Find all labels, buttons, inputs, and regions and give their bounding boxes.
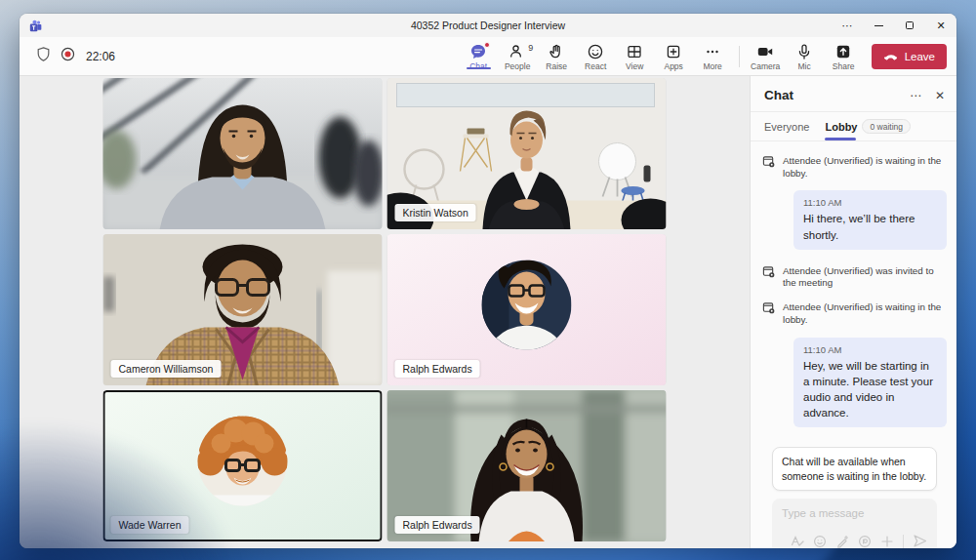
chat-disabled-notice: Chat will be available when someone is w…	[772, 447, 937, 491]
lobby-event: Attendee (Unverified) is waiting in the …	[762, 301, 947, 326]
maximize-button[interactable]	[904, 20, 915, 31]
raise-hand-icon	[548, 44, 565, 60]
lobby-event-icon	[762, 265, 775, 278]
lobby-waiting-badge: 0 waiting	[862, 119, 911, 134]
video-stage: Kristin Watson	[20, 76, 750, 548]
toolbar-nav: Chat 9 People	[463, 42, 729, 71]
loop-icon[interactable]	[858, 535, 872, 548]
send-icon[interactable]	[913, 534, 927, 548]
chat-bottom: Chat will be available when someone is w…	[762, 437, 947, 548]
recording-indicator-icon	[60, 46, 76, 66]
lobby-event: Attendee (Unverified) is waiting in the …	[762, 155, 947, 180]
mic-button[interactable]: Mic	[789, 42, 821, 71]
chat-tabs: Everyone Lobby 0 waiting	[751, 112, 956, 141]
chat-title: Chat	[764, 88, 896, 102]
toolbar-react-button[interactable]: React	[580, 42, 612, 71]
message-text: Hey, we will be starting in a minute. Pl…	[803, 358, 937, 420]
lobby-event: Attendee (Unverified) was invited to the…	[762, 265, 947, 290]
message-time: 11:10 AM	[803, 197, 937, 208]
close-button[interactable]: ✕	[935, 20, 947, 31]
toolbar-apps-button[interactable]: Apps	[658, 42, 690, 71]
people-count: 9	[528, 43, 533, 53]
teams-meeting-window: 40352 Product Designer Interview ⋯ ✕	[20, 14, 956, 548]
chat-message: 11:10 AM Hey, we will be starting in a m…	[793, 338, 947, 427]
format-icon[interactable]	[791, 535, 804, 548]
participant-name-tag: Kristin Watson	[395, 204, 476, 221]
toolbar-people-button[interactable]: 9 People	[502, 42, 534, 71]
toolbar-chat-button[interactable]: Chat	[463, 42, 495, 71]
lobby-event-icon	[762, 155, 775, 168]
share-screen-icon	[834, 44, 852, 60]
chat-more-button[interactable]: ⋯	[910, 90, 921, 101]
video-tile[interactable]: Cameron Williamson	[103, 234, 383, 385]
titlebar-more-button[interactable]: ⋯	[841, 20, 853, 31]
react-smiley-icon	[587, 44, 604, 60]
message-text: Hi there, we’ll be there shortly.	[803, 211, 937, 242]
device-controls: Camera Mic	[750, 42, 860, 71]
video-grid: Kristin Watson	[103, 78, 667, 541]
chat-close-button[interactable]: ✕	[935, 90, 945, 101]
compose-box[interactable]: Type a message	[772, 499, 937, 548]
camera-icon	[756, 44, 774, 60]
tab-everyone[interactable]: Everyone	[764, 112, 809, 140]
sparkle-pen-icon[interactable]	[835, 535, 849, 548]
minimize-button[interactable]	[873, 20, 884, 31]
chat-notification-badge	[484, 42, 490, 48]
toolbar-raise-button[interactable]: Raise	[541, 42, 573, 71]
participant-name-tag: Ralph Edwards	[395, 516, 480, 534]
shield-icon	[35, 46, 52, 66]
video-tile-active-speaker[interactable]: Wade Warren	[103, 390, 383, 541]
participant-avatar	[103, 390, 383, 541]
toolbar-view-button[interactable]: View	[619, 42, 651, 71]
mic-icon	[795, 44, 813, 60]
tab-lobby[interactable]: Lobby 0 waiting	[825, 112, 911, 140]
video-tile[interactable]: Ralph Edwards	[387, 234, 667, 385]
share-button[interactable]: Share	[828, 42, 860, 71]
video-tile[interactable]: Ralph Edwards	[387, 390, 667, 541]
leave-button[interactable]: Leave	[872, 44, 947, 69]
participant-name-tag: Ralph Edwards	[395, 360, 480, 378]
hangup-icon	[883, 48, 899, 65]
desktop-wallpaper: 40352 Product Designer Interview ⋯ ✕	[0, 0, 976, 560]
message-input-placeholder: Type a message	[782, 507, 927, 519]
compose-toolbar	[782, 534, 927, 548]
chat-panel: Chat ⋯ ✕ Everyone Lobby 0 waiting	[750, 76, 956, 548]
toolbar-divider	[739, 46, 740, 67]
participant-name-tag: Wade Warren	[111, 516, 189, 534]
lobby-event-icon	[762, 301, 775, 314]
participant-name-tag: Cameron Williamson	[111, 360, 222, 378]
meeting-toolbar: 22:06 Chat	[20, 37, 956, 76]
video-tile[interactable]: Kristin Watson	[387, 78, 667, 229]
window-title: 40352 Product Designer Interview	[117, 20, 859, 31]
chat-feed: Attendee (Unverified) is waiting in the …	[751, 141, 956, 548]
titlebar: 40352 Product Designer Interview ⋯ ✕	[20, 14, 956, 37]
people-icon: 9	[508, 44, 526, 60]
apps-plus-icon	[665, 44, 682, 60]
chat-icon	[469, 44, 487, 60]
plus-icon[interactable]	[880, 535, 894, 548]
more-ellipsis-icon	[704, 44, 721, 60]
video-tile[interactable]	[103, 78, 383, 229]
toolbar-more-button[interactable]: More	[697, 42, 729, 71]
meeting-timer: 22:06	[86, 50, 115, 63]
camera-button[interactable]: Camera	[750, 42, 782, 71]
teams-logo-icon	[29, 20, 42, 32]
participant-video	[103, 78, 383, 229]
message-time: 11:10 AM	[803, 344, 937, 355]
view-grid-icon	[626, 44, 643, 60]
chat-message: 11:10 AM Hi there, we’ll be there shortl…	[793, 190, 947, 249]
chat-header: Chat ⋯ ✕	[751, 76, 956, 112]
compose-divider	[903, 535, 904, 548]
emoji-icon[interactable]	[813, 535, 827, 548]
